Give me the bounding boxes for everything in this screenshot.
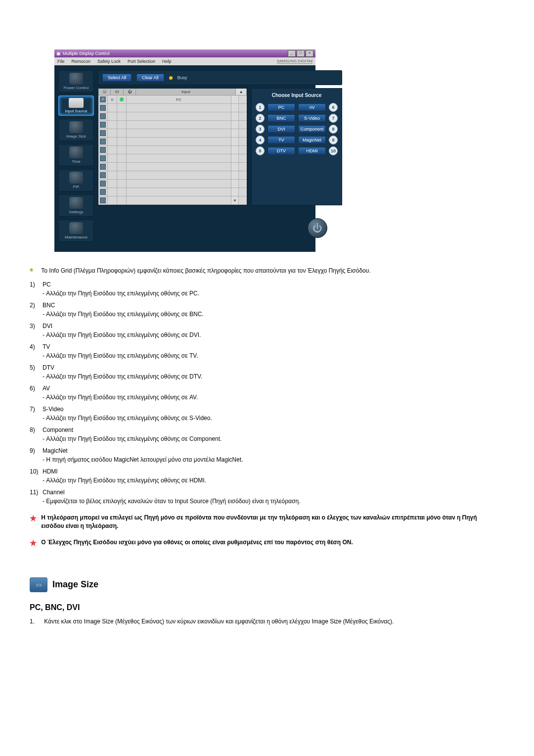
item-number: 6): [30, 384, 43, 393]
source-component-button[interactable]: Component: [298, 125, 326, 133]
list-item: 6)AV- Αλλάζει την Πηγή Εισόδου της επιλε…: [30, 384, 504, 402]
source-tv-button[interactable]: TV: [267, 136, 295, 144]
row-checkbox[interactable]: [100, 147, 106, 153]
source-bnc-button[interactable]: BNC: [267, 114, 295, 122]
row-checkbox[interactable]: [100, 164, 106, 170]
row-checkbox[interactable]: [100, 155, 106, 161]
source-dvi-button[interactable]: DVI: [267, 125, 295, 133]
window-titlebar[interactable]: ▣ Multiple Display Control _ □ ×: [54, 49, 315, 57]
table-row[interactable]: [98, 129, 247, 138]
list-item: 4)TV- Αλλάζει την Πηγή Εισόδου της επιλε…: [30, 342, 504, 360]
sidebar-item-pip[interactable]: PIP: [58, 169, 94, 191]
window-title: Multiple Display Control: [63, 51, 110, 56]
col-checkbox[interactable]: ☑: [98, 89, 111, 95]
source-pc-button[interactable]: PC: [267, 103, 295, 111]
power-button[interactable]: ⏻: [308, 218, 327, 238]
item-body: Channel- Εμφανίζεται το βέλος επιλογής κ…: [43, 488, 497, 506]
item-number: 1.: [30, 617, 43, 626]
col-input[interactable]: Input: [136, 89, 236, 95]
sidebar-item-label: Input Source: [65, 109, 87, 113]
sidebar-item-label: PIP: [73, 185, 80, 189]
row-checkbox[interactable]: [100, 139, 106, 144]
row-checkbox[interactable]: [100, 172, 106, 178]
badge-3: 3: [256, 125, 265, 134]
item-body: PC- Αλλάζει την Πηγή Εισόδου της επιλεγμ…: [43, 280, 497, 298]
source-dtv-button[interactable]: DTV: [267, 147, 295, 155]
row-checkbox[interactable]: [100, 181, 106, 187]
item-number: 10): [30, 467, 43, 476]
info-grid: ☑ ID ⏻ Input ▲ 0 PC: [98, 88, 247, 205]
maximize-button[interactable]: □: [297, 50, 305, 57]
sidebar-item-maintenance[interactable]: Maintenance: [58, 220, 94, 242]
sidebar-item-input-source[interactable]: Input Source: [58, 95, 94, 116]
sidebar-item-image-size[interactable]: Image Size: [58, 119, 94, 141]
badge-4: 4: [256, 136, 265, 144]
col-id[interactable]: ID: [111, 89, 123, 95]
star-red-icon: ★: [30, 538, 40, 548]
badge-2: 2: [256, 114, 265, 123]
row-checkbox[interactable]: [100, 189, 106, 195]
star-red-icon: ★: [30, 514, 40, 523]
busy-indicator-icon: [169, 76, 173, 80]
menu-file[interactable]: File: [57, 59, 65, 64]
badge-1: 1: [256, 103, 265, 112]
menubar: File Remocon Safety Lock Port Selection …: [54, 57, 315, 65]
row-checkbox[interactable]: [100, 96, 106, 102]
table-row[interactable]: 0 PC: [98, 95, 247, 104]
item-text: Κάντε κλικ στο Image Size (Μέγεθος Εικόν…: [44, 617, 499, 626]
cell-input: PC: [127, 95, 231, 103]
table-row[interactable]: [98, 188, 247, 196]
sidebar-item-time[interactable]: Time: [58, 144, 94, 166]
item-number: 11): [30, 488, 43, 497]
item-body: Component- Αλλάζει την Πηγή Εισόδου της …: [43, 425, 497, 443]
scrollbar[interactable]: [231, 95, 239, 103]
clear-all-button[interactable]: Clear All: [136, 74, 164, 82]
table-row[interactable]: [98, 154, 247, 163]
item-number: 8): [30, 425, 43, 434]
power-header-icon: ⏻: [128, 90, 132, 94]
minimize-button[interactable]: _: [288, 50, 296, 57]
row-checkbox[interactable]: [100, 197, 106, 203]
menu-port-selection[interactable]: Port Selection: [128, 59, 155, 64]
source-svideo-button[interactable]: S-Video: [298, 114, 326, 122]
monitor-icon: [69, 98, 84, 108]
item-number: 2): [30, 301, 43, 310]
table-row[interactable]: [98, 112, 247, 121]
item-number: 7): [30, 405, 43, 414]
list-item: 8)Component- Αλλάζει την Πηγή Εισόδου τη…: [30, 425, 504, 443]
table-row[interactable]: [98, 171, 247, 180]
info-text: Το Info Grid (Πλέγμα Πληροφοριών) εμφανί…: [41, 267, 501, 275]
badge-10: 10: [329, 146, 338, 155]
scroll-down-icon[interactable]: ▼: [231, 196, 239, 204]
select-all-button[interactable]: Select All: [102, 74, 132, 82]
clock-icon: [69, 146, 83, 158]
table-row[interactable]: [98, 146, 247, 154]
row-checkbox[interactable]: [100, 105, 106, 111]
col-power[interactable]: ⏻: [124, 89, 136, 95]
table-row[interactable]: [98, 180, 247, 188]
close-button[interactable]: ×: [306, 50, 313, 57]
row-checkbox[interactable]: [100, 130, 106, 136]
source-magicnet-button[interactable]: MagicNet: [298, 136, 326, 144]
table-row[interactable]: [98, 121, 247, 129]
source-av-button[interactable]: AV: [298, 103, 326, 111]
table-row[interactable]: ▼: [98, 196, 247, 205]
sidebar-item-power-control[interactable]: Power Control: [58, 70, 94, 93]
menu-remocon[interactable]: Remocon: [72, 59, 91, 64]
source-hdmi-button[interactable]: HDMI: [298, 147, 326, 155]
image-size-section-icon: ▭: [30, 577, 47, 592]
sidebar-item-settings[interactable]: Settings: [58, 194, 94, 217]
row-checkbox[interactable]: [100, 122, 106, 128]
row-checkbox[interactable]: [100, 113, 106, 119]
power-on-icon: [120, 97, 124, 101]
table-row[interactable]: [98, 163, 247, 171]
table-row[interactable]: [98, 104, 247, 112]
menu-safety-lock[interactable]: Safety Lock: [97, 59, 121, 64]
item-number: 3): [30, 322, 43, 331]
menu-help[interactable]: Help: [162, 59, 172, 64]
sidebar-item-label: Settings: [69, 210, 84, 214]
scroll-up-icon[interactable]: ▲: [236, 89, 247, 95]
table-row[interactable]: [98, 138, 247, 146]
section-header: ▭ Image Size: [30, 577, 504, 592]
pip-icon: [69, 172, 83, 184]
